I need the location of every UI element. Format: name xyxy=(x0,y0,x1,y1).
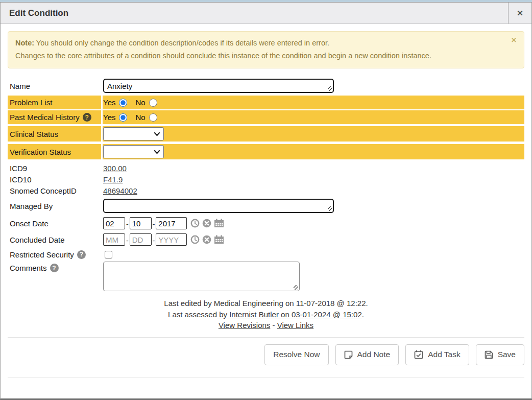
warning-note-banner: ✕ Note: You should only change the condi… xyxy=(8,31,524,68)
problem-list-yes-label: Yes xyxy=(103,98,115,107)
problem-list-row: Problem List Yes No xyxy=(8,96,524,109)
condition-form: Name Problem List Yes No Past Medical Hi… xyxy=(1,68,531,331)
view-links-link[interactable]: View Links xyxy=(277,321,313,330)
help-icon[interactable]: ? xyxy=(77,250,86,259)
snomed-label: Snomed ConceptID xyxy=(8,185,101,196)
concluded-year-input[interactable] xyxy=(156,233,187,246)
snomed-row: Snomed ConceptID 48694002 xyxy=(8,185,524,196)
audit-info: Last edited by Medical Engineering on 11… xyxy=(8,298,524,331)
restricted-security-label: Restricted Security xyxy=(10,250,74,259)
pmh-no-radio[interactable] xyxy=(149,113,157,122)
icd10-label: ICD10 xyxy=(8,174,101,185)
dialog-close-button[interactable]: ✕ xyxy=(508,3,531,23)
restricted-security-checkbox[interactable] xyxy=(105,251,112,258)
date-separator: - xyxy=(153,220,155,228)
banner-line2: Changes to the core attributes of a cond… xyxy=(15,50,517,62)
onset-date-row: Onset Date - - xyxy=(8,216,524,231)
icd9-row: ICD9 300.00 xyxy=(8,162,524,174)
calendar-picker-icon[interactable] xyxy=(214,219,224,228)
problem-list-no-label: No xyxy=(135,98,145,107)
save-button[interactable]: Save xyxy=(476,344,524,365)
comments-label: Comments xyxy=(10,264,47,272)
verification-status-label: Verification Status xyxy=(8,144,101,159)
managed-by-input[interactable] xyxy=(103,199,334,213)
date-separator: - xyxy=(126,237,129,245)
add-task-button[interactable]: Add Task xyxy=(405,344,469,365)
icd10-code-link[interactable]: F41.9 xyxy=(103,175,123,184)
problem-list-yes-radio[interactable] xyxy=(119,99,127,107)
managed-by-row: Managed By xyxy=(8,198,524,214)
clinical-status-select[interactable] xyxy=(103,127,164,140)
note-icon xyxy=(344,350,353,359)
view-links-line: View Revisions - View Links xyxy=(8,320,524,331)
icd9-code-link[interactable]: 300.00 xyxy=(103,164,127,173)
snomed-code-link[interactable]: 48694002 xyxy=(103,186,137,195)
managed-by-label: Managed By xyxy=(8,198,101,214)
verification-status-row: Verification Status xyxy=(8,144,524,159)
save-icon xyxy=(485,350,493,359)
name-input[interactable] xyxy=(103,79,334,93)
dialog-footer-space xyxy=(1,378,531,399)
concluded-date-label: Concluded Date xyxy=(8,232,101,247)
calendar-picker-icon[interactable] xyxy=(214,235,224,244)
dialog-header: Edit Condition ✕ xyxy=(1,3,531,24)
resolve-now-button[interactable]: Resolve Now xyxy=(264,344,328,365)
onset-month-input[interactable] xyxy=(103,217,125,229)
icd10-row: ICD10 F41.9 xyxy=(8,174,524,185)
name-label: Name xyxy=(8,78,101,93)
last-assessed-text: Last assessed by Internist Butler on 03-… xyxy=(8,309,524,320)
add-note-button[interactable]: Add Note xyxy=(335,344,399,365)
concluded-date-row: Concluded Date - - xyxy=(8,232,524,247)
comments-row: Comments ? xyxy=(8,262,524,293)
view-revisions-link[interactable]: View Revisions xyxy=(219,321,270,330)
pmh-yes-radio[interactable] xyxy=(119,113,127,122)
icd9-label: ICD9 xyxy=(8,162,101,174)
pmh-yes-label: Yes xyxy=(103,113,115,122)
edit-condition-dialog: Edit Condition ✕ ✕ Note: You should only… xyxy=(0,2,532,400)
problem-list-no-radio[interactable] xyxy=(149,99,157,107)
help-icon[interactable]: ? xyxy=(83,113,91,122)
date-separator: - xyxy=(126,220,129,228)
clinical-status-row: Clinical Status xyxy=(8,126,524,142)
restricted-security-row: Restricted Security ? xyxy=(8,248,524,261)
clinical-status-label: Clinical Status xyxy=(8,126,101,142)
name-row: Name xyxy=(8,78,524,93)
past-medical-history-label: Past Medical History xyxy=(10,113,80,122)
set-time-now-icon[interactable] xyxy=(190,219,200,228)
verification-status-select[interactable] xyxy=(103,145,164,158)
concluded-month-input[interactable] xyxy=(103,233,125,246)
onset-date-label: Onset Date xyxy=(8,216,101,231)
comments-textarea[interactable] xyxy=(103,262,300,291)
close-icon: ✕ xyxy=(517,9,523,18)
concluded-day-input[interactable] xyxy=(130,233,152,246)
date-separator: - xyxy=(153,237,155,245)
action-buttons: Resolve Now Add Note Add Task Save xyxy=(1,338,531,378)
onset-year-input[interactable] xyxy=(156,217,187,229)
pmh-no-label: No xyxy=(135,113,145,122)
problem-list-label: Problem List xyxy=(8,96,101,109)
banner-line1: Note: You should only change the conditi… xyxy=(15,37,517,50)
set-time-now-icon[interactable] xyxy=(190,235,200,244)
last-edited-text: Last edited by Medical Engineering on 11… xyxy=(8,298,524,309)
clear-date-icon[interactable] xyxy=(202,235,211,244)
banner-close-icon[interactable]: ✕ xyxy=(511,37,517,44)
clear-date-icon[interactable] xyxy=(202,219,211,228)
past-medical-history-row: Past Medical History ? Yes No xyxy=(8,110,524,124)
calendar-check-icon xyxy=(414,350,423,359)
onset-day-input[interactable] xyxy=(130,217,152,229)
help-icon[interactable]: ? xyxy=(50,264,59,272)
dialog-title: Edit Condition xyxy=(1,3,508,23)
last-assessed-link[interactable]: by Internist Butler on 03-01-2024 @ 15:0… xyxy=(217,310,362,319)
